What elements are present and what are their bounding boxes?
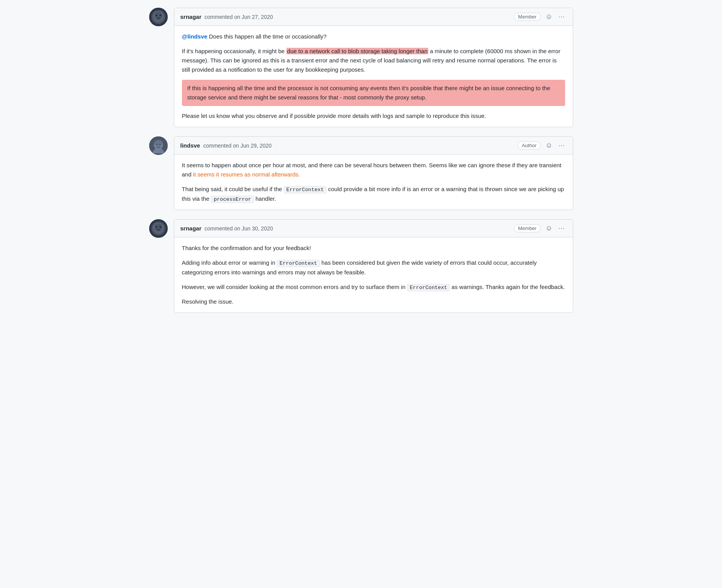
comment-paragraph: @lindsve Does this happen all the time o… [182, 32, 565, 41]
highlighted-text: due to a network call to blob storage ta… [286, 48, 428, 54]
comment-paragraph: Please let us know what you observe and … [182, 111, 565, 121]
avatar [149, 136, 168, 155]
avatar [149, 8, 168, 26]
inline-code: ErrorContext [284, 186, 326, 193]
comment-body: Thanks for the confirmation and for your… [174, 237, 573, 312]
role-badge: Member [514, 224, 541, 232]
highlight-block: If this is happening all the time and th… [182, 80, 565, 106]
comment-wrapper: srnagar commented on Jun 30, 2020 Member… [149, 219, 573, 313]
comment-header-left: srnagar commented on Jun 30, 2020 [180, 225, 273, 232]
comment-header: srnagar commented on Jun 30, 2020 Member… [174, 220, 573, 237]
svg-point-3 [160, 15, 161, 16]
comment-header-right: Member ☺ ··· [514, 223, 566, 233]
comment-box: srnagar commented on Jun 30, 2020 Member… [174, 219, 573, 313]
more-options-button[interactable]: ··· [557, 141, 566, 150]
role-badge: Member [514, 13, 541, 21]
inline-code: ErrorContext [277, 260, 320, 267]
comment-author[interactable]: lindsve [180, 142, 200, 149]
comment-paragraph: If it's happening occasionally, it might… [182, 47, 565, 74]
comment-date: commented on Jun 27, 2020 [205, 14, 273, 20]
comment-paragraph: That being said, it could be useful if t… [182, 185, 565, 203]
comment-paragraph: However, we will consider looking at the… [182, 282, 565, 292]
comment-box: srnagar commented on Jun 27, 2020 Member… [174, 8, 573, 127]
comment-paragraph: Adding info about error or warning in Er… [182, 258, 565, 277]
comment-wrapper: srnagar commented on Jun 27, 2020 Member… [149, 8, 573, 127]
svg-point-11 [156, 226, 157, 228]
more-options-button[interactable]: ··· [557, 13, 566, 21]
avatar [149, 219, 168, 238]
comment-date: commented on Jun 30, 2020 [205, 225, 273, 232]
comment-paragraph: Thanks for the confirmation and for your… [182, 244, 565, 253]
inline-code: ErrorContext [407, 284, 450, 291]
emoji-reaction-button[interactable]: ☺ [544, 12, 554, 22]
comment-header-left: srnagar commented on Jun 27, 2020 [180, 13, 273, 20]
comment-header-left: lindsve commented on Jun 29, 2020 [180, 142, 272, 149]
comment-wrapper: lindsve commented on Jun 29, 2020 Author… [149, 136, 573, 210]
comment-header-right: Author ☺ ··· [517, 141, 566, 150]
mention[interactable]: @lindsve [182, 33, 207, 40]
emoji-reaction-button[interactable]: ☺ [544, 223, 554, 233]
inline-code: processError [211, 196, 254, 203]
svg-rect-8 [154, 139, 163, 146]
comment-body: @lindsve Does this happen all the time o… [174, 26, 573, 127]
comment-date: commented on Jun 29, 2020 [203, 143, 271, 149]
comment-author[interactable]: srnagar [180, 225, 202, 232]
comment-header: lindsve commented on Jun 29, 2020 Author… [174, 137, 573, 155]
comment-body: It seems to happen about once per hour a… [174, 155, 573, 210]
comment-header-right: Member ☺ ··· [514, 12, 566, 22]
comment-header: srnagar commented on Jun 27, 2020 Member… [174, 8, 573, 26]
role-badge: Author [517, 141, 540, 150]
comment-author[interactable]: srnagar [180, 13, 202, 20]
comment-paragraph: It seems to happen about once per hour a… [182, 161, 565, 179]
comments-list: srnagar commented on Jun 27, 2020 Member… [149, 8, 573, 313]
comment-box: lindsve commented on Jun 29, 2020 Author… [174, 136, 573, 210]
colored-text: it seems it resumes as normal afterwards… [193, 171, 300, 178]
svg-point-12 [160, 226, 161, 228]
svg-point-2 [156, 15, 157, 16]
comment-paragraph: Resolving the issue. [182, 297, 565, 306]
emoji-reaction-button[interactable]: ☺ [544, 141, 554, 150]
more-options-button[interactable]: ··· [557, 224, 566, 233]
